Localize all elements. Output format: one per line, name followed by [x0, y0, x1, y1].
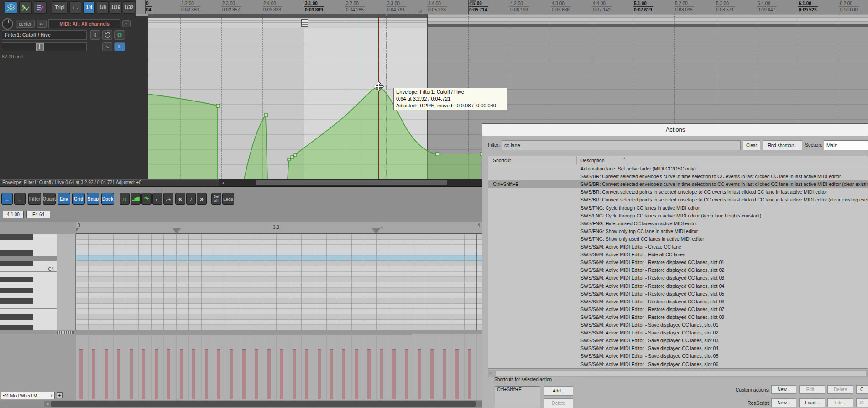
insert-note-button[interactable]: ♪: [186, 193, 196, 205]
piano-key[interactable]: [0, 250, 57, 256]
next-note-button[interactable]: »: [197, 193, 207, 205]
item-header-bar[interactable]: [148, 14, 427, 18]
action-row[interactable]: SWS/S&M: Active MIDI Editor - Save displ…: [488, 329, 868, 337]
cc-event-bar[interactable]: [155, 349, 158, 399]
piano-vscrollbar[interactable]: [57, 234, 76, 330]
scroll-left-arrow-icon[interactable]: ◂: [44, 401, 51, 407]
arrange-hscrollbar-thumb[interactable]: [256, 180, 447, 185]
midi-hscrollbar[interactable]: ◂: [44, 401, 487, 407]
cc-event-bar[interactable]: [267, 349, 271, 399]
piano-grid-row[interactable]: [76, 320, 487, 325]
clear-button[interactable]: Clear: [743, 140, 760, 150]
grid-division-1-8-button[interactable]: 1/8: [97, 1, 109, 14]
cc-event-bar[interactable]: [230, 349, 233, 399]
action-row[interactable]: SWS/S&M: Active MIDI Editor - Save displ…: [488, 352, 868, 360]
cc-event-bar[interactable]: [142, 349, 145, 399]
cc-event-bar[interactable]: [280, 349, 283, 399]
bypass-power-icon[interactable]: [102, 30, 112, 40]
piano-key[interactable]: [0, 293, 57, 298]
piano-key[interactable]: [0, 304, 57, 309]
latch-button[interactable]: L: [114, 42, 125, 51]
envelope-range-icon[interactable]: ⇕: [90, 30, 100, 40]
action-row[interactable]: SWS/BR: Convert selected envelope's curv…: [488, 173, 868, 180]
midi-hscrollbar-thumb[interactable]: [51, 401, 476, 407]
find-shortcut-button[interactable]: Find shortcut...: [763, 140, 802, 150]
cc-event-bar[interactable]: [405, 349, 408, 399]
cc-event-bar[interactable]: [130, 349, 133, 399]
cc-step-button[interactable]: ⌐: [152, 193, 162, 205]
action-row[interactable]: SWS/FNG: Show only used CC lanes in acti…: [488, 235, 868, 243]
action-row[interactable]: SWS/BR: Convert selected points in selec…: [488, 196, 868, 204]
piano-key[interactable]: [0, 256, 57, 261]
legato-button[interactable]: Lega: [222, 193, 234, 205]
custom-action-delete-button[interactable]: Delete: [827, 385, 853, 394]
cc-event-bar[interactable]: [293, 349, 296, 399]
action-row[interactable]: SWS/FNG: Show only top CC lane in active…: [488, 228, 868, 235]
scroll-left-arrow-icon[interactable]: ‹: [489, 371, 491, 375]
cc-lane-selector[interactable]: •01 Mod Wheel M: ∨: [1, 392, 55, 399]
section-dropdown[interactable]: Main: [824, 140, 868, 150]
envelope-add-button[interactable]: [19, 1, 32, 14]
prev-note-button[interactable]: «: [175, 193, 185, 205]
piano-black-key[interactable]: [0, 277, 33, 282]
piano-grid-row[interactable]: [76, 277, 487, 282]
cc-event-bar[interactable]: [205, 349, 208, 399]
lane-splitter[interactable]: [0, 330, 487, 334]
piano-key[interactable]: [0, 272, 57, 277]
marker-triangle-icon[interactable]: [470, 0, 477, 5]
piano-key[interactable]: [0, 234, 57, 240]
action-row[interactable]: Ctrl+Shift+ESWS/BR: Convert selected env…: [488, 180, 868, 188]
cc-event-bar[interactable]: [355, 349, 358, 399]
piano-grid-row[interactable]: [76, 240, 487, 245]
grid-division-1-32-button[interactable]: 1/32: [123, 1, 135, 14]
action-row[interactable]: SWS/S&M: Active MIDI Editor - Save displ…: [488, 360, 868, 368]
piano-grid-row[interactable]: [76, 266, 487, 272]
dotted-note-button[interactable]: ♩.: [69, 1, 81, 14]
piano-key[interactable]: [0, 314, 57, 320]
reascript-new-button[interactable]: New...: [771, 398, 796, 407]
midi-list-view-button[interactable]: ≡: [1, 193, 13, 205]
piano-black-key[interactable]: [0, 288, 33, 293]
midi-toolbar-snap-button[interactable]: Snap: [87, 193, 99, 205]
cc-curve-button[interactable]: ↷: [141, 193, 152, 205]
cc-event-bar[interactable]: [180, 349, 183, 399]
piano-grid-row[interactable]: [76, 272, 487, 277]
cc-event-bar[interactable]: [418, 349, 421, 399]
cc-event-bar[interactable]: [392, 349, 396, 399]
piano-black-key[interactable]: [0, 261, 33, 266]
action-row[interactable]: SWS/FNG: Hide unused CC lanes in active …: [488, 220, 868, 228]
cc-lane[interactable]: •01 Mod Wheel M: ∨ +: [0, 334, 487, 400]
action-row[interactable]: SWS/S&M: Active MIDI Editor - Restore di…: [488, 266, 868, 274]
column-divider[interactable]: [576, 156, 577, 165]
action-row[interactable]: SWS/BR: Convert selected points in selec…: [488, 188, 868, 196]
envelope-value-slider[interactable]: [2, 42, 87, 51]
piano-key[interactable]: [0, 240, 57, 245]
add-cc-lane-button[interactable]: +: [57, 392, 63, 398]
envelope-shape-icon[interactable]: ∿: [102, 42, 112, 51]
piano-grid-row[interactable]: [76, 234, 487, 240]
cc-event-bar[interactable]: [380, 349, 383, 399]
piano-key[interactable]: [0, 288, 57, 293]
midi-target-display[interactable]: MIDI: All: All channels: [48, 19, 120, 28]
midi-toolbar-grid-button[interactable]: Grid: [72, 193, 85, 205]
piano-grid-row[interactable]: [76, 325, 487, 330]
piano-grid-row[interactable]: [76, 282, 487, 288]
marker-flag-icon[interactable]: [418, 9, 422, 13]
cc-event-bar[interactable]: [242, 349, 246, 399]
cc-bars-button[interactable]: ▂▅▇: [131, 193, 141, 205]
piano-grid-row[interactable]: [76, 293, 487, 298]
action-row[interactable]: SWS/S&M: Active MIDI Editor - Restore di…: [488, 290, 868, 298]
piano-key[interactable]: [0, 320, 57, 325]
midi-toolbar-filter-button[interactable]: Filter: [28, 193, 41, 205]
cc-event-bar[interactable]: [330, 349, 333, 399]
midi-menu-button[interactable]: ≡: [14, 193, 26, 205]
action-row[interactable]: SWS/S&M: Active MIDI Editor - Hide all C…: [488, 251, 868, 259]
splitter-handle-icon[interactable]: [57, 331, 74, 334]
midi-toolbar-env-button[interactable]: Env: [58, 193, 70, 205]
cc-event-bar[interactable]: [342, 349, 345, 399]
piano-black-key[interactable]: [0, 250, 33, 256]
cc-event-bar[interactable]: [455, 349, 459, 399]
actions-hscrollbar[interactable]: ‹: [488, 370, 868, 377]
piano-black-key[interactable]: [0, 325, 33, 330]
reascript-load-button[interactable]: Load...: [799, 398, 825, 407]
